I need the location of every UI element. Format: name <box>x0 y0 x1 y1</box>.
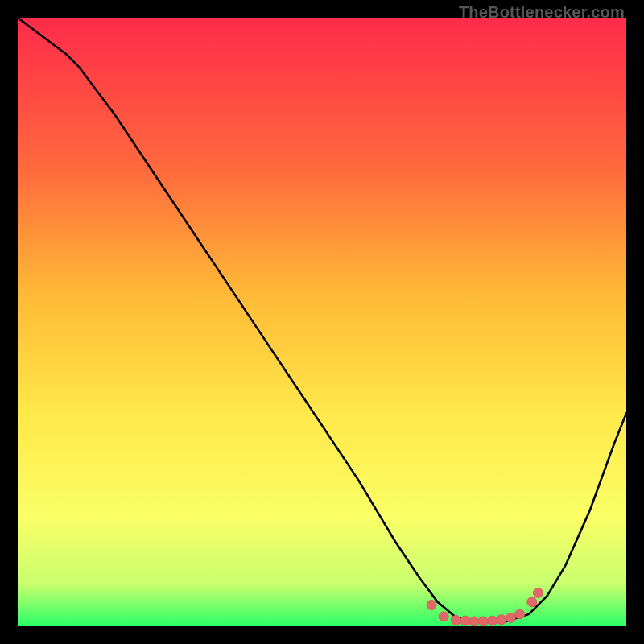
marker-dot <box>488 616 497 625</box>
marker-dot <box>460 616 470 625</box>
marker-dot <box>469 617 479 626</box>
chart-frame <box>18 18 626 626</box>
marker-dot <box>427 601 436 610</box>
marker-dot <box>506 613 515 622</box>
marker-dot <box>515 609 525 619</box>
gradient-background <box>18 18 626 626</box>
bottleneck-chart <box>18 18 626 626</box>
marker-dot <box>533 588 543 597</box>
marker-dot <box>527 597 537 607</box>
marker-dot <box>439 612 448 621</box>
watermark-text: TheBottlenecker.com <box>459 3 625 22</box>
marker-dot <box>478 617 488 626</box>
marker-dot <box>451 615 460 625</box>
marker-dot <box>497 615 506 625</box>
